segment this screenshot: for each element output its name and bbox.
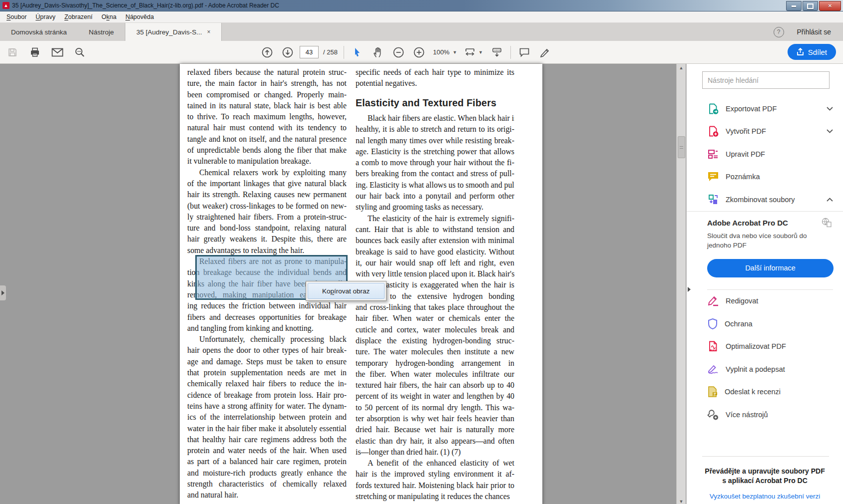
text-line: textured hair fibers, the hair can absor… xyxy=(356,380,514,391)
page-scrolling-icon xyxy=(491,47,502,57)
optimize-pdf-icon xyxy=(707,340,719,352)
text-line: cidence of breakage from protein loss. H… xyxy=(187,390,347,401)
tab-home[interactable]: Domovská stránka xyxy=(0,23,78,41)
tab-document[interactable]: 35 [Audrey_Davis-S... × xyxy=(125,23,222,41)
previous-page-button[interactable] xyxy=(259,44,276,61)
text-line: ture, the main factor in hair's strength… xyxy=(187,78,347,89)
menu-item-nápověda[interactable]: Nápověda xyxy=(121,12,158,21)
create-pdf-icon xyxy=(707,125,719,137)
chevron-up-icon xyxy=(827,198,833,202)
tool-item-more-tools[interactable]: Více nástrojů xyxy=(687,403,843,426)
tool-item-export-pdf[interactable]: Exportovat PDF xyxy=(687,97,843,120)
tools-list-bottom: RedigovatOchranaOptimalizovat PDFVyplnit… xyxy=(687,290,843,426)
email-button[interactable] xyxy=(49,44,66,61)
tool-item-send-review[interactable]: Odeslat k recenzi xyxy=(687,381,843,404)
tool-item-comment[interactable]: Poznámka xyxy=(687,166,843,189)
maximize-button[interactable] xyxy=(803,1,818,11)
document-globe-icon xyxy=(821,218,832,228)
scroll-down-icon[interactable]: ▼ xyxy=(677,498,686,504)
comment-tool-button[interactable] xyxy=(516,44,533,61)
fit-width-dropdown[interactable]: ▼ xyxy=(462,47,485,57)
zoom-out-icon xyxy=(393,46,405,58)
text-line: (but weaker) cross-linkages to be formed… xyxy=(187,201,347,212)
tool-item-edit-pdf[interactable]: Upravit PDF xyxy=(687,143,843,166)
menu-bar: SouborÚpravyZobrazeníOknaNápověda xyxy=(0,11,843,23)
text-line: protein and water needs of the hair. Whe… xyxy=(187,445,347,456)
text-line: Unfortunately, chemically processing bla… xyxy=(187,334,347,345)
tool-item-label: Více nástrojů xyxy=(726,411,768,419)
window-title: 35 [Audrey_Davis-Sivasothy]_The_Science_… xyxy=(12,2,279,9)
search-button[interactable] xyxy=(71,44,88,61)
menu-item-okna[interactable]: Okna xyxy=(97,12,121,21)
tools-search-input[interactable] xyxy=(702,71,830,89)
save-button[interactable] xyxy=(4,44,21,61)
scroll-up-icon[interactable]: ▲ xyxy=(677,64,686,72)
tab-close-icon[interactable]: × xyxy=(207,28,210,35)
text-line: percent of its weight in water and lengt… xyxy=(356,391,514,402)
context-menu-item-copy-image[interactable]: Kopírovat obraz xyxy=(308,283,385,299)
zoom-in-button[interactable] xyxy=(411,44,427,61)
text-line: relaxed fibers because the natural prote… xyxy=(187,67,347,78)
next-page-button[interactable] xyxy=(279,44,296,61)
title-bar: ▲ 35 [Audrey_Davis-Sivasothy]_The_Scienc… xyxy=(0,0,843,11)
menu-item-úpravy[interactable]: Úpravy xyxy=(31,12,60,21)
redact-icon xyxy=(707,295,719,306)
panel-footer-promo: Převádějte a upravujte soubory PDF s apl… xyxy=(687,467,843,501)
text-line: with very little tension placed upon it.… xyxy=(356,268,514,279)
sign-in-link[interactable]: Přihlásit se xyxy=(797,28,831,36)
tool-item-combine-files[interactable]: Zkombinovat soubory xyxy=(687,188,843,211)
text-line: ing. Elasticity is what allows us to smo… xyxy=(356,180,514,191)
highlighter-icon xyxy=(539,47,550,57)
tool-item-fill-sign[interactable]: Vyplnit a podepsat xyxy=(687,358,843,381)
page-number-input[interactable]: 43 xyxy=(300,46,319,58)
hand-icon xyxy=(373,47,383,58)
text-line: that healthy hair care regimens address … xyxy=(187,434,347,445)
pdf-page: relaxed fibers because the natural prote… xyxy=(180,64,542,504)
select-tool-button[interactable] xyxy=(349,44,366,61)
menu-item-soubor[interactable]: Soubor xyxy=(2,12,31,21)
text-line: tangle and knot on itself, and the natur… xyxy=(187,134,347,145)
export-pdf-icon xyxy=(707,103,719,115)
left-pane-toggle[interactable] xyxy=(0,285,6,300)
tools-panel: Exportovat PDFVytvořit PDFUpravit PDFPoz… xyxy=(686,64,843,504)
text-line: is—longer than dried hair. (1) (7) xyxy=(356,447,514,458)
free-trial-link[interactable]: Vyzkoušet bezplatnou zkušební verzi xyxy=(710,493,821,500)
comment-icon xyxy=(519,47,530,57)
text-line: ture. The water molecules then institute… xyxy=(356,346,514,357)
scrollbar-thumb[interactable] xyxy=(678,136,685,158)
text-line: dried hair. Because wet hair is naturall… xyxy=(356,424,514,435)
highlighter-tool-button[interactable] xyxy=(536,44,553,61)
zoom-level-dropdown[interactable]: 100% ▼ xyxy=(431,48,459,56)
more-tools-icon xyxy=(707,409,719,421)
text-line: it, our hair would snap off left and rig… xyxy=(356,257,514,268)
text-line: of the important linkages that give natu… xyxy=(187,178,347,189)
tool-item-optimize-pdf[interactable]: Optimalizovat PDF xyxy=(687,335,843,358)
zoom-out-button[interactable] xyxy=(390,44,407,61)
hand-tool-button[interactable] xyxy=(370,44,387,61)
text-line: A benefit of the enhanced elasticity of … xyxy=(356,458,514,469)
tool-item-label: Optimalizovat PDF xyxy=(726,342,786,350)
tab-tools[interactable]: Nástroje xyxy=(78,23,125,41)
vertical-scrollbar[interactable]: ▲ ▼ xyxy=(676,64,686,504)
cursor-icon xyxy=(353,47,362,57)
context-menu: Kopírovat obraz xyxy=(306,281,387,301)
print-button[interactable] xyxy=(26,44,43,61)
text-line: hair its strength. Relaxing causes new p… xyxy=(187,189,347,200)
page-scrolling-button[interactable] xyxy=(488,44,505,61)
text-line: fords textured hair. Moistening black ha… xyxy=(356,480,514,491)
tool-item-label: Exportovat PDF xyxy=(726,105,777,113)
minimize-button[interactable] xyxy=(786,1,802,11)
menu-item-zobrazení[interactable]: Zobrazení xyxy=(60,12,97,21)
text-line: potential negatives. xyxy=(356,78,514,89)
share-button[interactable]: Sdílet xyxy=(788,44,836,60)
page-total-label: / 258 xyxy=(323,48,338,56)
text-line: and moisture-rich products greatly enhan… xyxy=(187,468,347,479)
zoom-level-value: 100% xyxy=(433,48,449,56)
tool-item-redact[interactable]: Redigovat xyxy=(687,290,843,313)
tool-item-protect[interactable]: Ochrana xyxy=(687,312,843,335)
help-icon[interactable]: ? xyxy=(774,27,784,37)
more-info-button[interactable]: Další informace xyxy=(707,259,834,277)
tool-item-create-pdf[interactable]: Vytvořit PDF xyxy=(687,120,843,143)
acrobat-pro-promo: Adobe Acrobat Pro DC Sloučit dva nebo ví… xyxy=(687,212,843,290)
close-button[interactable]: ✕ xyxy=(819,1,841,11)
